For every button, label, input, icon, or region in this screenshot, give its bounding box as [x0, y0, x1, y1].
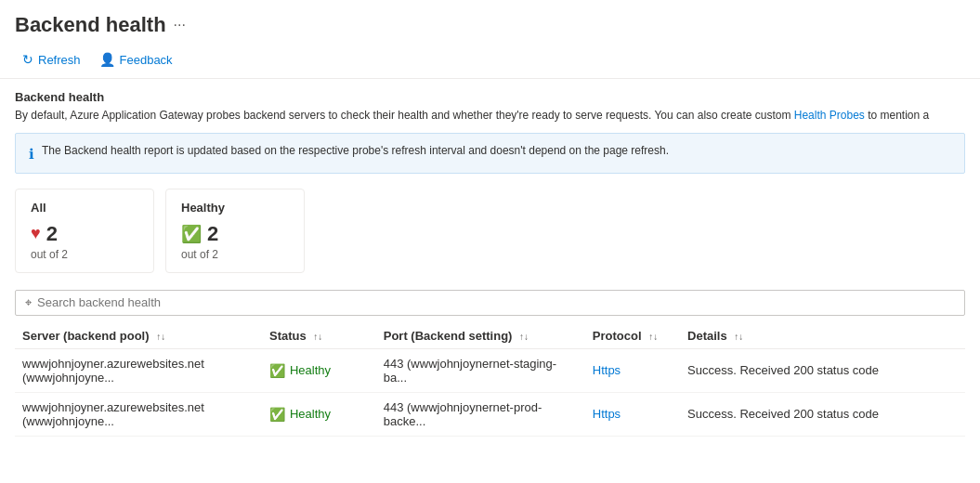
- check-circle-icon-0: ✅: [269, 363, 285, 378]
- status-healthy-0: ✅ Healthy: [269, 363, 369, 378]
- feedback-button[interactable]: 👤 Feedback: [92, 48, 180, 71]
- cell-details-0: Success. Received 200 status code: [680, 348, 965, 392]
- search-input[interactable]: [37, 295, 955, 309]
- check-circle-icon: ✅: [181, 224, 202, 244]
- feedback-icon: 👤: [99, 52, 115, 67]
- refresh-icon: ↻: [22, 52, 33, 67]
- col-details-label: Details: [687, 329, 727, 343]
- sort-port-icon[interactable]: ↑↓: [519, 332, 529, 342]
- section-desc-text: By default, Azure Application Gateway pr…: [15, 109, 794, 122]
- more-options-icon[interactable]: ···: [174, 17, 186, 33]
- cell-status-0: ✅ Healthy: [262, 348, 376, 392]
- sort-details-icon[interactable]: ↑↓: [734, 332, 743, 342]
- section-description: By default, Azure Application Gateway pr…: [15, 108, 965, 124]
- info-banner: ℹ The Backend health report is updated b…: [15, 133, 965, 174]
- card-healthy-number: 2: [207, 222, 218, 246]
- card-all[interactable]: All ♥ 2 out of 2: [15, 189, 154, 273]
- section-desc-suffix: to mention a: [865, 109, 929, 122]
- card-healthy-title: Healthy: [181, 201, 289, 215]
- status-label-0: Healthy: [290, 363, 331, 377]
- backend-health-table: Server (backend pool) ↑↓ Status ↑↓ Port …: [15, 323, 965, 437]
- card-healthy-count: ✅ 2: [181, 222, 289, 246]
- protocol-link-1[interactable]: Https: [593, 407, 621, 421]
- cell-port-0: 443 (wwwjohnjoynernet-staging-ba...: [376, 348, 585, 392]
- section-title: Backend health: [15, 90, 965, 104]
- page-header: Backend health ···: [0, 0, 980, 45]
- card-all-title: All: [31, 201, 138, 215]
- refresh-label: Refresh: [38, 53, 81, 67]
- card-healthy-sub: out of 2: [181, 248, 289, 261]
- status-label-1: Healthy: [290, 407, 331, 421]
- info-icon: ℹ: [29, 144, 34, 163]
- card-all-count: ♥ 2: [31, 222, 138, 246]
- cards-container: All ♥ 2 out of 2 Healthy ✅ 2 out of 2: [15, 189, 965, 273]
- feedback-label: Feedback: [120, 53, 173, 67]
- heart-icon: ♥: [31, 224, 41, 243]
- col-header-status: Status ↑↓: [262, 323, 376, 349]
- search-icon: ⌖: [25, 295, 32, 310]
- cell-server-0: wwwjohnjoyner.azurewebsites.net (wwwjohn…: [15, 348, 262, 392]
- cell-protocol-0: Https: [585, 348, 680, 392]
- sort-server-icon[interactable]: ↑↓: [156, 332, 165, 342]
- table-row: wwwjohnjoyner.azurewebsites.net (wwwjohn…: [15, 392, 965, 436]
- card-all-number: 2: [46, 222, 58, 246]
- info-banner-text: The Backend health report is updated bas…: [42, 143, 669, 159]
- status-healthy-1: ✅ Healthy: [269, 407, 369, 422]
- col-header-protocol: Protocol ↑↓: [585, 323, 680, 349]
- cell-details-1: Success. Received 200 status code: [680, 392, 965, 436]
- col-status-label: Status: [269, 329, 307, 343]
- health-probes-link[interactable]: Health Probes: [794, 109, 865, 122]
- main-content: Backend health By default, Azure Applica…: [0, 79, 980, 448]
- cell-status-1: ✅ Healthy: [262, 392, 376, 436]
- table-header-row: Server (backend pool) ↑↓ Status ↑↓ Port …: [15, 323, 965, 349]
- check-circle-icon-1: ✅: [269, 407, 285, 422]
- protocol-link-0[interactable]: Https: [593, 363, 621, 377]
- cell-server-1: wwwjohnjoyner.azurewebsites.net (wwwjohn…: [15, 392, 262, 436]
- card-all-sub: out of 2: [31, 248, 138, 261]
- col-protocol-label: Protocol: [593, 329, 642, 343]
- col-server-label: Server (backend pool): [22, 329, 150, 343]
- search-bar: ⌖: [15, 290, 965, 316]
- col-port-label: Port (Backend setting): [384, 329, 513, 343]
- cell-protocol-1: Https: [585, 392, 680, 436]
- col-header-details: Details ↑↓: [680, 323, 965, 349]
- col-header-server: Server (backend pool) ↑↓: [15, 323, 262, 349]
- sort-protocol-icon[interactable]: ↑↓: [648, 332, 658, 342]
- cell-port-1: 443 (wwwjohnjoynernet-prod-backe...: [376, 392, 585, 436]
- table-row: wwwjohnjoyner.azurewebsites.net (wwwjohn…: [15, 348, 965, 392]
- refresh-button[interactable]: ↻ Refresh: [15, 48, 88, 71]
- toolbar: ↻ Refresh 👤 Feedback: [0, 45, 980, 79]
- page-title: Backend health: [15, 13, 166, 37]
- card-healthy[interactable]: Healthy ✅ 2 out of 2: [165, 189, 305, 273]
- sort-status-icon[interactable]: ↑↓: [313, 332, 322, 342]
- col-header-port: Port (Backend setting) ↑↓: [376, 323, 585, 349]
